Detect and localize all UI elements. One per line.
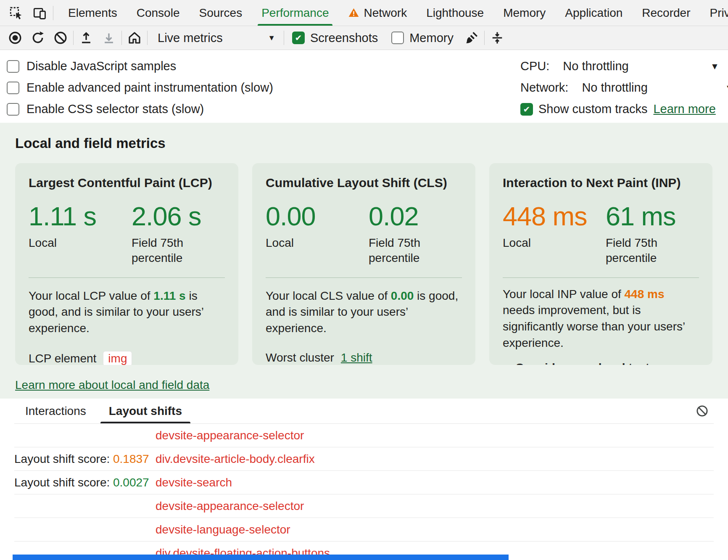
- divider: [53, 6, 53, 20]
- record-and-reload-button[interactable]: [28, 28, 48, 48]
- load-profile-button[interactable]: [76, 28, 96, 48]
- checkbox-unchecked-icon: [7, 82, 19, 94]
- divider: [284, 31, 284, 45]
- tab-elements[interactable]: Elements: [58, 0, 127, 26]
- worst-cluster-link[interactable]: 1 shift: [341, 351, 372, 365]
- collapse-button[interactable]: [487, 28, 507, 48]
- inspect-cursor-icon: [9, 6, 23, 20]
- layout-shift-row[interactable]: devsite-appearance-selector: [14, 494, 714, 518]
- upload-icon: [79, 31, 93, 45]
- memory-checkbox[interactable]: Memory: [386, 31, 459, 45]
- lcp-local-label: Local: [29, 235, 108, 251]
- reload-icon: [31, 31, 45, 45]
- record-button[interactable]: [5, 28, 25, 48]
- warning-icon: [348, 7, 359, 18]
- divider: [484, 31, 485, 45]
- layout-shift-row[interactable]: devsite-language-selector: [14, 518, 714, 542]
- clear-button[interactable]: [50, 28, 71, 48]
- inp-field-value: 61 ms: [606, 201, 699, 231]
- live-metrics-logs: Interactions Layout shifts devsite-appea…: [0, 399, 728, 560]
- layout-shift-row[interactable]: Layout shift score: 0.0027 devsite-searc…: [14, 471, 714, 494]
- home-icon: [127, 31, 142, 45]
- checkbox-unchecked-icon: [7, 60, 19, 73]
- local-field-data-learn-more-link[interactable]: Learn more about local and field data: [15, 378, 209, 391]
- cls-local-label: Local: [266, 235, 346, 251]
- inp-card-title: Interaction to Next Paint (INP): [503, 176, 699, 190]
- local-test-conditions-disclosure[interactable]: ▶ Consider your local test conditions: [503, 361, 699, 365]
- tab-bar-left-icons: [0, 0, 58, 26]
- inp-description: Your local INP value of 448 ms needs imp…: [503, 286, 699, 351]
- shifted-element-link[interactable]: div.devsite-article-body.clearfix: [156, 452, 315, 466]
- cls-local-value: 0.00: [266, 201, 369, 231]
- inp-field-label: Field 75th percentile: [606, 235, 686, 266]
- tab-console[interactable]: Console: [127, 0, 190, 26]
- layout-shift-row[interactable]: devsite-appearance-selector: [14, 424, 714, 447]
- shifted-element-link[interactable]: devsite-appearance-selector: [156, 429, 304, 442]
- worst-cluster-label: Worst cluster: [266, 351, 334, 365]
- tab-sources[interactable]: Sources: [189, 0, 252, 26]
- cls-description: Your local CLS value of 0.00 is good, an…: [266, 288, 462, 337]
- divider: [73, 31, 74, 45]
- tab-layout-shifts[interactable]: Layout shifts: [107, 399, 184, 423]
- device-toolbar-icon: [32, 6, 47, 20]
- checkbox-unchecked-icon: [7, 103, 19, 116]
- network-throttling-select[interactable]: Network: No throttling ▼: [520, 77, 728, 98]
- broom-icon: [464, 31, 479, 45]
- divider: [29, 277, 225, 278]
- performance-toolbar: Live metrics ▼ ✔ Screenshots Memory: [0, 26, 728, 50]
- divider: [503, 277, 699, 278]
- divider: [121, 31, 122, 45]
- block-icon: [53, 31, 68, 45]
- lcp-card: Largest Contentful Paint (LCP) 1.11 s Lo…: [15, 163, 238, 365]
- selection-scrollbar[interactable]: [13, 555, 509, 560]
- collect-garbage-button[interactable]: [462, 28, 482, 48]
- lcp-element-label: LCP element: [29, 352, 96, 365]
- cls-field-label: Field 75th percentile: [369, 235, 448, 266]
- screenshots-checkbox[interactable]: ✔ Screenshots: [287, 31, 383, 45]
- toggle-device-toolbar-button[interactable]: [29, 3, 50, 23]
- block-icon: [696, 404, 709, 417]
- checkbox-unchecked-icon: [391, 32, 404, 44]
- lcp-local-value: 1.11 s: [29, 201, 132, 231]
- clear-log-button[interactable]: [692, 402, 712, 421]
- tab-memory[interactable]: Memory: [493, 0, 555, 26]
- throttling-settings: CPU: No throttling ▼ Network: No throttl…: [520, 55, 728, 120]
- inp-card: Interaction to Next Paint (INP) 448 ms L…: [489, 163, 712, 365]
- tab-application[interactable]: Application: [555, 0, 632, 26]
- tab-lighthouse[interactable]: Lighthouse: [417, 0, 493, 26]
- capture-settings: Disable JavaScript samples Enable advanc…: [0, 50, 728, 123]
- custom-tracks-learn-more-link[interactable]: Learn more: [653, 102, 715, 116]
- inp-local-label: Local: [503, 235, 583, 251]
- shifted-element-link[interactable]: devsite-appearance-selector: [156, 499, 304, 513]
- live-metrics-dropdown[interactable]: Live metrics ▼: [150, 28, 281, 48]
- section-heading: Local and field metrics: [15, 135, 713, 151]
- tab-privacy-sandbox[interactable]: Privacy Sand: [700, 0, 728, 26]
- tab-recorder[interactable]: Recorder: [632, 0, 700, 26]
- cls-card: Cumulative Layout Shift (CLS) 0.00 Local…: [252, 163, 475, 365]
- show-custom-tracks-checkbox[interactable]: ✔ Show custom tracks: [520, 102, 647, 116]
- metric-cards: Largest Contentful Paint (LCP) 1.11 s Lo…: [15, 163, 713, 365]
- divider: [266, 277, 462, 278]
- chevron-down-icon: ▼: [725, 83, 728, 93]
- cpu-throttling-select[interactable]: CPU: No throttling ▼: [520, 55, 728, 77]
- lcp-description: Your local LCP value of 1.11 s is good, …: [29, 288, 225, 337]
- tab-interactions[interactable]: Interactions: [24, 399, 88, 423]
- home-button[interactable]: [124, 28, 145, 48]
- inp-local-value: 448 ms: [503, 201, 606, 231]
- inspect-element-button[interactable]: [6, 3, 26, 23]
- save-profile-button[interactable]: [99, 28, 119, 48]
- lcp-element-node-link[interactable]: img: [103, 351, 132, 365]
- layout-shift-row[interactable]: Layout shift score: 0.1837 div.devsite-a…: [14, 447, 714, 471]
- shifted-element-link[interactable]: devsite-language-selector: [156, 523, 290, 536]
- tab-performance[interactable]: Performance: [252, 0, 338, 26]
- panel-tabs: Elements Console Sources Performance Net…: [58, 0, 728, 26]
- local-field-metrics-section: Local and field metrics Largest Contentf…: [0, 123, 728, 399]
- tab-network[interactable]: Network: [338, 0, 417, 26]
- divider: [147, 31, 148, 45]
- download-icon: [102, 31, 116, 45]
- devtools-tab-bar: Elements Console Sources Performance Net…: [0, 0, 728, 26]
- logs-tab-bar: Interactions Layout shifts: [14, 399, 714, 424]
- cls-field-value: 0.02: [369, 201, 462, 231]
- shifted-element-link[interactable]: devsite-search: [156, 476, 232, 489]
- shift-score-value: 0.1837: [113, 452, 149, 465]
